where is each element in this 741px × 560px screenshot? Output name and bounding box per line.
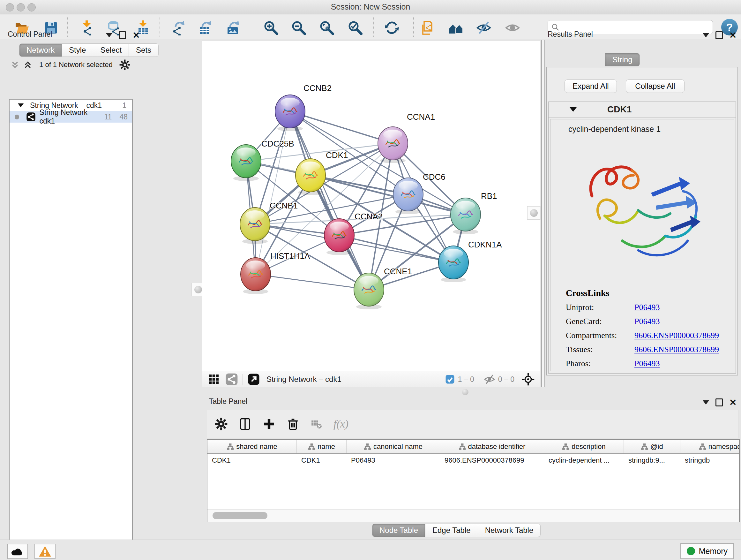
column-header-namespace[interactable]: namespace: [680, 440, 740, 453]
node-RB1[interactable]: [451, 198, 481, 234]
node-HIST1H1A[interactable]: [241, 258, 271, 294]
share-view-icon[interactable]: [225, 373, 238, 386]
results-panel-close-icon[interactable]: ✕: [729, 32, 737, 39]
node-CCNA2[interactable]: [324, 219, 354, 255]
zoom-selected-icon[interactable]: [346, 18, 365, 37]
node-CDC25B[interactable]: [231, 145, 261, 181]
network-edges: [246, 111, 466, 290]
horizontal-splitter-grip[interactable]: [462, 389, 468, 395]
create-column-icon[interactable]: [263, 418, 275, 430]
cdk1-entry-header[interactable]: CDK1: [549, 102, 736, 118]
crosslink-label: Pharos:: [566, 359, 634, 368]
column-header-id[interactable]: @id: [624, 440, 680, 453]
export-network-icon[interactable]: [169, 18, 188, 37]
right-splitter-grip[interactable]: [527, 206, 541, 220]
collapse-all-tree-icon[interactable]: [10, 60, 20, 70]
table-row[interactable]: CDK1CDK1P064939606.ENSP00000378699cyclin…: [207, 454, 739, 467]
tab-string[interactable]: String: [605, 53, 640, 66]
open-in-window-icon[interactable]: [247, 373, 260, 386]
zoom-fit-icon[interactable]: [317, 18, 336, 37]
column-header-databaseidentifier[interactable]: database identifier: [440, 440, 544, 453]
network-tree-item[interactable]: String Network – cdk1 11 48: [10, 111, 132, 123]
label-CDKN1A: CDKN1A: [468, 240, 502, 249]
tab-node-table[interactable]: Node Table: [372, 523, 425, 537]
label-CCNA2: CCNA2: [354, 212, 383, 221]
grid-view-icon[interactable]: [207, 373, 220, 386]
table-panel-float-icon[interactable]: [716, 398, 723, 407]
zoom-in-icon[interactable]: [261, 18, 280, 37]
export-image-icon[interactable]: [224, 18, 243, 37]
crosslink-label: Uniprot:: [566, 303, 634, 312]
control-panel: Control Panel ✕ NetworkStyleSelectSets 1…: [3, 28, 134, 535]
entry-expand-icon[interactable]: [569, 107, 577, 112]
network-tree: String Network – cdk1 1 String Network –…: [9, 99, 133, 560]
node-CCNE1[interactable]: [354, 273, 384, 309]
node-CDC6[interactable]: [393, 178, 423, 214]
table-cell: CDK1: [297, 456, 347, 464]
zoom-out-icon[interactable]: [289, 18, 308, 37]
label-HIST1H1A: HIST1H1A: [270, 251, 310, 261]
label-CDC6: CDC6: [423, 172, 446, 182]
tree-expand-icon[interactable]: [18, 104, 23, 107]
network-canvas[interactable]: CCNB2CCNA1CDC25BCDK1CDC6RB1CCNB1CCNA2CDK…: [202, 40, 540, 371]
warnings-button[interactable]: [35, 544, 56, 559]
apply-preferred-layout-icon[interactable]: [382, 18, 401, 37]
network-options-gear-icon[interactable]: [119, 59, 130, 70]
show-columns-icon[interactable]: [239, 417, 252, 431]
expand-all-button[interactable]: Expand All: [564, 79, 617, 93]
export-table-icon[interactable]: [196, 18, 215, 37]
tab-select[interactable]: Select: [93, 44, 129, 57]
table-panel-collapse-icon[interactable]: [703, 400, 709, 405]
delete-column-icon[interactable]: [286, 417, 300, 431]
table-panel-close-icon[interactable]: ✕: [729, 399, 737, 406]
string-home-icon[interactable]: [447, 18, 466, 37]
node-CCNB2[interactable]: [275, 95, 305, 131]
memory-button[interactable]: Memory: [680, 543, 734, 559]
cloud-button[interactable]: [7, 544, 28, 559]
tab-network[interactable]: Network: [19, 44, 62, 57]
column-header-canonicalname[interactable]: canonical name: [347, 440, 440, 453]
selection-checkbox-icon[interactable]: [445, 374, 455, 385]
node-CCNB1[interactable]: [240, 207, 270, 244]
clone-network-icon[interactable]: [418, 18, 437, 37]
cdk1-entry: CDK1 cyclin-dependent kinase 1: [548, 102, 736, 374]
column-header-description[interactable]: description: [544, 440, 624, 453]
results-panel-float-icon[interactable]: [716, 31, 723, 39]
protein-structure-image: [575, 145, 715, 282]
edge-CCNB2-HIST1H1A: [256, 111, 290, 274]
column-header-name[interactable]: name: [297, 440, 347, 453]
node-CDKN1A[interactable]: [439, 246, 468, 282]
tab-network-table[interactable]: Network Table: [478, 523, 541, 537]
table-hscrollbar[interactable]: [207, 509, 739, 522]
network-selection-status: 1 of 1 Network selected: [32, 61, 119, 69]
crosslink-link[interactable]: P06493: [634, 303, 660, 312]
crosslink-link[interactable]: P06493: [634, 317, 660, 326]
tab-edge-table[interactable]: Edge Table: [425, 523, 478, 537]
birdseye-icon[interactable]: [522, 373, 535, 386]
warning-icon: [38, 545, 52, 557]
control-panel-close-icon[interactable]: ✕: [132, 32, 140, 39]
node-CCNA1[interactable]: [378, 127, 408, 163]
table-hscrollbar-thumb[interactable]: [212, 512, 267, 519]
delete-table-icon: [311, 418, 323, 430]
edge-CCNB2-CCNA1: [290, 111, 393, 143]
memory-status-dot: [687, 547, 695, 555]
crosslink-link[interactable]: 9606.ENSP00000378699: [634, 345, 719, 354]
status-bar: Memory: [0, 540, 741, 560]
control-panel-float-icon[interactable]: [119, 31, 126, 39]
control-panel-collapse-icon[interactable]: [106, 33, 112, 37]
results-panel-collapse-icon[interactable]: [703, 33, 709, 37]
window-title: Session: New Session: [0, 2, 741, 11]
tab-sets[interactable]: Sets: [129, 44, 158, 57]
collapse-all-button[interactable]: Collapse All: [626, 79, 684, 93]
edge-CCNB2-CCNE1: [290, 111, 369, 290]
expand-all-tree-icon[interactable]: [23, 60, 32, 70]
hide-selected-icon[interactable]: [474, 18, 493, 37]
crosslink-link[interactable]: 9606.ENSP00000378699: [634, 331, 719, 340]
column-header-sharedname[interactable]: shared name: [207, 440, 297, 453]
crosslinks-section: CrossLinks Uniprot: P06493GeneCard: P064…: [566, 288, 719, 368]
tab-style[interactable]: Style: [62, 44, 93, 57]
table-settings-icon[interactable]: [215, 418, 227, 430]
show-all-hidden-icon[interactable]: [503, 18, 522, 37]
crosslink-link[interactable]: P06493: [634, 359, 660, 368]
